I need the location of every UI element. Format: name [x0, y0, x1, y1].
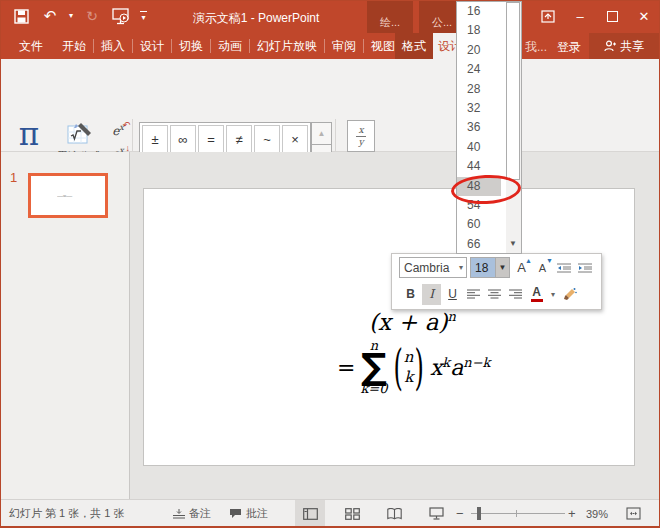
tab-file[interactable]: 文件 [9, 33, 53, 59]
font-color-red-bar [531, 299, 543, 302]
mini-toolbar: Cambria ▾ 18 ▼ A ▲ A ▼ [391, 253, 602, 310]
zoom-slider-thumb[interactable] [477, 507, 481, 520]
equation-block[interactable]: (x + a)n = n ∑ k=0 ( n k ) xkan−k [337, 309, 587, 396]
undo-dropdown-caret[interactable]: ▾ [69, 12, 73, 20]
tab-design[interactable]: 设计 [133, 38, 171, 55]
fit-slide-to-window-button[interactable] [619, 500, 647, 527]
powerpoint-window: ↶ ▾ ↻ ▾ 演示文稿1 - PowerPoint 绘... 公... [0, 0, 660, 528]
window-controls: – ✕ [537, 5, 655, 27]
font-color-button[interactable]: A [527, 284, 546, 305]
zoom-level[interactable]: 39% [586, 500, 608, 527]
font-size-option[interactable]: 32 [457, 99, 501, 118]
align-right-icon [509, 289, 522, 299]
pi-icon: π [19, 119, 39, 150]
symbol-equals[interactable]: = [198, 125, 224, 154]
comments-icon [229, 508, 242, 519]
tab-review[interactable]: 审阅 [325, 38, 363, 55]
slide-show-icon [429, 507, 444, 520]
slide-thumbnail-panel: 1 —≈— [1, 152, 130, 499]
dropdown-scrollbar[interactable]: ▼ [506, 2, 521, 253]
grow-font-button[interactable]: A ▲ [512, 257, 531, 278]
tab-format-contextual[interactable]: 格式 [395, 33, 433, 59]
slide-sorter-view-button[interactable] [337, 500, 367, 527]
font-size-option[interactable]: 66 [457, 235, 501, 254]
font-size-dropdown-button[interactable]: ▼ [495, 257, 510, 278]
maximize-button[interactable] [601, 5, 623, 27]
font-color-dropdown-caret[interactable]: ▾ [548, 284, 558, 305]
font-size-option[interactable]: 44 [457, 157, 501, 176]
slide-thumbnail-selected[interactable]: —≈— [28, 173, 108, 218]
comments-toggle[interactable]: 批注 [229, 500, 268, 527]
save-icon [14, 9, 29, 24]
symbol-infinity[interactable]: ∞ [170, 125, 196, 154]
professional-format-button[interactable]: ex ↶ [105, 120, 131, 141]
symbol-times[interactable]: × [282, 125, 308, 154]
redo-button[interactable]: ↻ [82, 5, 102, 27]
save-button[interactable] [11, 5, 31, 27]
ribbon-display-options-button[interactable] [537, 5, 559, 27]
align-center-button[interactable] [485, 284, 504, 305]
font-size-option[interactable]: 24 [457, 60, 501, 79]
underline-button[interactable]: U [443, 284, 462, 305]
grow-caret-icon: ▲ [525, 257, 532, 264]
slide-show-view-button[interactable] [421, 500, 451, 527]
font-size-option[interactable]: 18 [457, 21, 501, 40]
tab-insert[interactable]: 插入 [94, 38, 132, 55]
format-painter-button[interactable] [560, 284, 579, 305]
symbol-plus-minus[interactable]: ± [142, 125, 168, 154]
font-size-option[interactable]: 40 [457, 138, 501, 157]
font-name-combo[interactable]: Cambria ▾ [399, 257, 467, 278]
slide-count-status[interactable]: 幻灯片 第 1 张，共 1 张 [9, 500, 125, 527]
gallery-scroll-up-button[interactable]: ▲ [311, 122, 332, 145]
bold-button[interactable]: B [401, 284, 420, 305]
tab-animations[interactable]: 动画 [211, 38, 249, 55]
normal-view-icon [303, 508, 318, 520]
font-size-input[interactable]: 18 [470, 257, 495, 278]
decrease-indent-button[interactable] [554, 257, 573, 278]
font-size-option[interactable]: 28 [457, 80, 501, 99]
window-title: 演示文稿1 - PowerPoint [151, 10, 361, 27]
normal-view-button[interactable] [295, 500, 325, 527]
close-button[interactable]: ✕ [633, 5, 655, 27]
dropdown-scroll-thumb[interactable] [506, 2, 520, 180]
fit-to-window-icon [626, 507, 641, 520]
font-size-option[interactable]: 36 [457, 118, 501, 137]
font-size-option[interactable]: 16 [457, 2, 501, 21]
customize-qat-button[interactable]: ▾ [140, 11, 147, 22]
thumbnail-equation-mark: —≈— [57, 193, 83, 199]
undo-button[interactable]: ↶ [40, 5, 60, 27]
symbol-not-equal[interactable]: ≠ [226, 125, 252, 154]
font-size-option[interactable]: 20 [457, 41, 501, 60]
italic-button-active[interactable]: I [422, 284, 441, 305]
notes-toggle[interactable]: 备注 [173, 500, 211, 527]
increase-indent-button[interactable] [575, 257, 594, 278]
equation-terms: xkan−k [430, 355, 491, 380]
symbol-tilde[interactable]: ~ [254, 125, 280, 154]
align-left-button[interactable] [464, 284, 483, 305]
dropdown-scroll-down-button[interactable]: ▼ [506, 235, 520, 252]
zoom-out-button[interactable]: − [456, 500, 464, 527]
slide-number: 1 [10, 170, 17, 185]
minimize-button[interactable]: – [569, 5, 591, 27]
start-from-beginning-button[interactable] [111, 5, 131, 27]
main-tabs: 开始 插入 设计 切换 动画 幻灯片放映 审阅 视图 [55, 33, 402, 59]
tab-home[interactable]: 开始 [55, 38, 93, 55]
sign-in-link[interactable]: 登录 [557, 39, 581, 56]
zoom-in-button[interactable]: + [568, 500, 576, 527]
title-bar: ↶ ▾ ↻ ▾ 演示文稿1 - PowerPoint 绘... 公... [1, 1, 659, 33]
zoom-slider-track[interactable] [471, 513, 565, 514]
shrink-font-button[interactable]: A ▼ [533, 257, 552, 278]
share-button[interactable]: 共享 [589, 33, 659, 59]
quick-access-toolbar: ↶ ▾ ↻ ▾ [11, 5, 147, 27]
align-right-button[interactable] [506, 284, 525, 305]
contextual-header-drawing-tools: 绘... [367, 1, 413, 33]
tab-transitions[interactable]: 切换 [172, 38, 210, 55]
notes-icon [173, 509, 185, 519]
tab-slide-show[interactable]: 幻灯片放映 [250, 38, 324, 55]
format-painter-icon [562, 287, 577, 301]
font-size-option[interactable]: 60 [457, 215, 501, 234]
tell-me-box[interactable]: 我... [525, 39, 547, 56]
summation: n ∑ k=0 [360, 339, 387, 396]
equation-line2: = n ∑ k=0 ( n k ) xkan−k [337, 339, 587, 396]
reading-view-button[interactable] [379, 500, 409, 527]
